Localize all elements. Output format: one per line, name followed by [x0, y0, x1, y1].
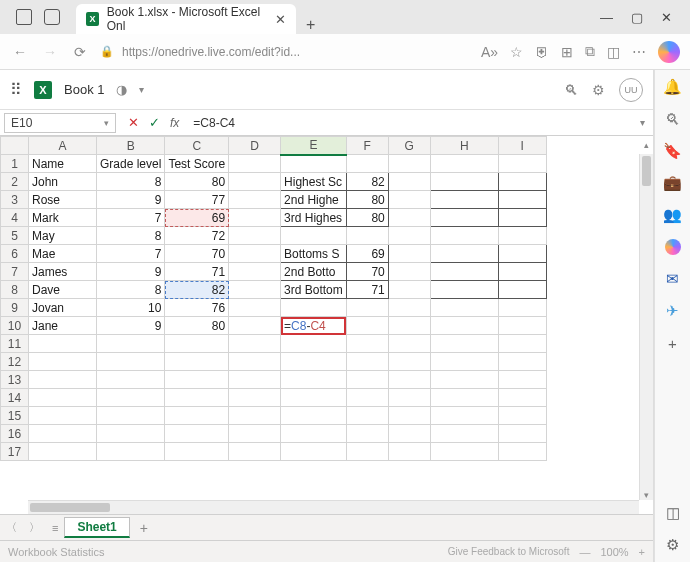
cell-H4[interactable]	[430, 209, 498, 227]
cell-A14[interactable]	[29, 389, 97, 407]
cell-G12[interactable]	[388, 353, 430, 371]
cell-E8[interactable]: 3rd Bottom	[281, 281, 347, 299]
favorite-icon[interactable]: ☆	[510, 44, 523, 60]
vertical-scrollbar[interactable]: ▴ ▾	[639, 154, 653, 500]
col-header-A[interactable]: A	[29, 137, 97, 155]
cell-G11[interactable]	[388, 335, 430, 353]
cell-F16[interactable]	[346, 425, 388, 443]
cell-D2[interactable]	[229, 173, 281, 191]
cell-I7[interactable]	[498, 263, 546, 281]
minimize-button[interactable]: —	[600, 10, 613, 25]
new-tab-button[interactable]: +	[306, 16, 315, 34]
cell-C15[interactable]	[165, 407, 229, 425]
cell-H14[interactable]	[430, 389, 498, 407]
row-header-8[interactable]: 8	[1, 281, 29, 299]
cell-D8[interactable]	[229, 281, 281, 299]
confirm-formula-button[interactable]: ✓	[149, 115, 160, 130]
cell-E10[interactable]: =C8-C4	[281, 317, 347, 335]
refresh-button[interactable]: ⟳	[70, 44, 90, 60]
cell-I8[interactable]	[498, 281, 546, 299]
cell-I1[interactable]	[498, 155, 546, 173]
cell-G15[interactable]	[388, 407, 430, 425]
cell-B4[interactable]: 7	[97, 209, 165, 227]
cell-A10[interactable]: Jane	[29, 317, 97, 335]
cell-E13[interactable]	[281, 371, 347, 389]
cell-I17[interactable]	[498, 443, 546, 461]
col-header-F[interactable]: F	[346, 137, 388, 155]
zoom-level[interactable]: 100%	[600, 546, 628, 558]
cell-D15[interactable]	[229, 407, 281, 425]
cell-I15[interactable]	[498, 407, 546, 425]
cancel-formula-button[interactable]: ✕	[128, 115, 139, 130]
zoom-out[interactable]: —	[579, 546, 590, 558]
cell-A2[interactable]: John	[29, 173, 97, 191]
row-header-11[interactable]: 11	[1, 335, 29, 353]
cell-A7[interactable]: James	[29, 263, 97, 281]
cell-C6[interactable]: 70	[165, 245, 229, 263]
cell-A5[interactable]: May	[29, 227, 97, 245]
plus-rail-icon[interactable]: +	[664, 334, 682, 352]
cell-F12[interactable]	[346, 353, 388, 371]
cell-E4[interactable]: 3rd Highes	[281, 209, 347, 227]
workbook-stats[interactable]: Workbook Statistics	[8, 546, 104, 558]
cell-B7[interactable]: 9	[97, 263, 165, 281]
copilot-rail-icon[interactable]	[664, 238, 682, 256]
cell-A11[interactable]	[29, 335, 97, 353]
cell-F2[interactable]: 82	[346, 173, 388, 191]
cell-D12[interactable]	[229, 353, 281, 371]
extensions-icon[interactable]: ⊞	[561, 44, 573, 60]
cell-F5[interactable]	[346, 227, 388, 245]
cell-C13[interactable]	[165, 371, 229, 389]
cell-D17[interactable]	[229, 443, 281, 461]
cell-C7[interactable]: 71	[165, 263, 229, 281]
col-header-H[interactable]: H	[430, 137, 498, 155]
close-window-button[interactable]: ✕	[661, 10, 672, 25]
app-launcher-icon[interactable]: ⠿	[10, 80, 22, 99]
sheet-nav-prev[interactable]: 〈	[0, 520, 23, 535]
cell-A17[interactable]	[29, 443, 97, 461]
row-header-10[interactable]: 10	[1, 317, 29, 335]
row-header-1[interactable]: 1	[1, 155, 29, 173]
fx-icon[interactable]: fx	[170, 116, 179, 130]
cell-I16[interactable]	[498, 425, 546, 443]
row-header-5[interactable]: 5	[1, 227, 29, 245]
dropdown-icon[interactable]: ▾	[139, 84, 144, 95]
cell-I3[interactable]	[498, 191, 546, 209]
search-icon[interactable]: 🔍︎	[564, 82, 578, 98]
sheet-list-icon[interactable]: ≡	[46, 522, 64, 534]
bell-icon[interactable]: 🔔	[664, 78, 682, 96]
cell-I13[interactable]	[498, 371, 546, 389]
cell-B16[interactable]	[97, 425, 165, 443]
cell-E15[interactable]	[281, 407, 347, 425]
cell-H10[interactable]	[430, 317, 498, 335]
row-header-7[interactable]: 7	[1, 263, 29, 281]
cell-H12[interactable]	[430, 353, 498, 371]
cell-H15[interactable]	[430, 407, 498, 425]
cell-G13[interactable]	[388, 371, 430, 389]
cell-H2[interactable]	[430, 173, 498, 191]
cell-A9[interactable]: Jovan	[29, 299, 97, 317]
row-header-2[interactable]: 2	[1, 173, 29, 191]
cell-H5[interactable]	[430, 227, 498, 245]
saved-icon[interactable]: ◑	[116, 82, 127, 97]
cell-H11[interactable]	[430, 335, 498, 353]
cell-A12[interactable]	[29, 353, 97, 371]
col-header-C[interactable]: C	[165, 137, 229, 155]
cell-A16[interactable]	[29, 425, 97, 443]
row-header-15[interactable]: 15	[1, 407, 29, 425]
cell-B13[interactable]	[97, 371, 165, 389]
cell-E16[interactable]	[281, 425, 347, 443]
cell-I2[interactable]	[498, 173, 546, 191]
cell-I9[interactable]	[498, 299, 546, 317]
cell-F14[interactable]	[346, 389, 388, 407]
cell-C4[interactable]: 69	[165, 209, 229, 227]
name-box[interactable]: E10 ▾	[4, 113, 116, 133]
cell-I12[interactable]	[498, 353, 546, 371]
cell-B8[interactable]: 8	[97, 281, 165, 299]
close-tab-icon[interactable]: ✕	[275, 12, 286, 27]
cell-C9[interactable]: 76	[165, 299, 229, 317]
row-header-13[interactable]: 13	[1, 371, 29, 389]
cell-C12[interactable]	[165, 353, 229, 371]
cell-H16[interactable]	[430, 425, 498, 443]
feedback-link[interactable]: Give Feedback to Microsoft	[448, 546, 570, 557]
